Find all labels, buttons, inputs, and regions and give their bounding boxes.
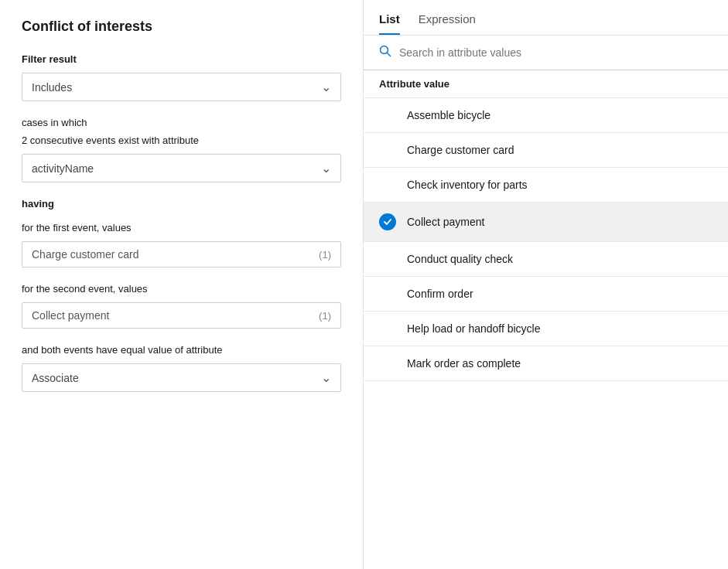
list-item[interactable]: Charge customer card bbox=[364, 133, 728, 168]
filter-dropdown-value: Includes bbox=[32, 81, 72, 94]
attribute-header: Attribute value bbox=[364, 70, 728, 98]
associate-dropdown-value: Associate bbox=[32, 372, 79, 384]
item-label-help-load: Help load or handoff bicycle bbox=[407, 322, 541, 335]
item-label-confirm: Confirm order bbox=[407, 288, 473, 300]
second-event-field[interactable]: Collect payment (1) bbox=[22, 302, 341, 329]
list-item[interactable]: Mark order as complete bbox=[364, 346, 728, 381]
having-label: having bbox=[22, 198, 341, 210]
second-event-value: Collect payment bbox=[32, 309, 109, 322]
filter-dropdown[interactable]: Includes ⌄ bbox=[22, 73, 341, 101]
search-icon bbox=[379, 45, 391, 60]
associate-dropdown[interactable]: Associate ⌄ bbox=[22, 363, 341, 392]
list-item[interactable]: Check inventory for parts bbox=[364, 168, 728, 203]
first-event-count: (1) bbox=[319, 249, 331, 261]
item-label-collect: Collect payment bbox=[407, 216, 484, 228]
attribute-list: Attribute value Assemble bicycle Charge … bbox=[364, 70, 728, 569]
list-item-selected[interactable]: Collect payment bbox=[364, 203, 728, 242]
tab-expression[interactable]: Expression bbox=[419, 12, 476, 35]
consecutive-text: 2 consecutive events exist with attribut… bbox=[22, 135, 341, 146]
first-event-field[interactable]: Charge customer card (1) bbox=[22, 241, 341, 267]
search-input[interactable] bbox=[399, 46, 713, 59]
associate-dropdown-arrow-icon: ⌄ bbox=[321, 370, 331, 385]
list-item[interactable]: Assemble bicycle bbox=[364, 98, 728, 133]
filter-result-label: Filter result bbox=[22, 53, 341, 65]
list-item[interactable]: Help load or handoff bicycle bbox=[364, 312, 728, 346]
item-label-conduct: Conduct quality check bbox=[407, 253, 513, 265]
list-item[interactable]: Confirm order bbox=[364, 277, 728, 312]
second-event-count: (1) bbox=[319, 310, 331, 322]
item-label-charge: Charge customer card bbox=[407, 144, 514, 156]
item-label-assemble: Assemble bicycle bbox=[407, 109, 490, 121]
equal-attr-text: and both events have equal value of attr… bbox=[22, 344, 341, 356]
page-title: Conflict of interests bbox=[22, 19, 341, 35]
svg-line-1 bbox=[388, 53, 391, 56]
attribute-dropdown[interactable]: activityName ⌄ bbox=[22, 154, 341, 182]
first-event-value: Charge customer card bbox=[32, 248, 139, 261]
right-panel: List Expression Attribute value Assemble… bbox=[364, 0, 728, 569]
search-bar bbox=[364, 36, 728, 70]
attribute-dropdown-value: activityName bbox=[32, 162, 94, 175]
list-item[interactable]: Conduct quality check bbox=[364, 242, 728, 277]
item-label-check-inventory: Check inventory for parts bbox=[407, 179, 528, 191]
cases-in-which-label: cases in which bbox=[22, 117, 341, 128]
attribute-dropdown-arrow-icon: ⌄ bbox=[321, 161, 331, 175]
item-label-mark-order: Mark order as complete bbox=[407, 357, 521, 370]
left-panel: Conflict of interests Filter result Incl… bbox=[0, 0, 364, 569]
first-event-label: for the first event, values bbox=[22, 222, 341, 233]
tabs-bar: List Expression bbox=[364, 0, 728, 36]
selected-check-icon bbox=[379, 213, 396, 230]
second-event-label: for the second event, values bbox=[22, 283, 341, 295]
tab-list[interactable]: List bbox=[379, 12, 400, 35]
filter-dropdown-arrow-icon: ⌄ bbox=[321, 80, 331, 94]
